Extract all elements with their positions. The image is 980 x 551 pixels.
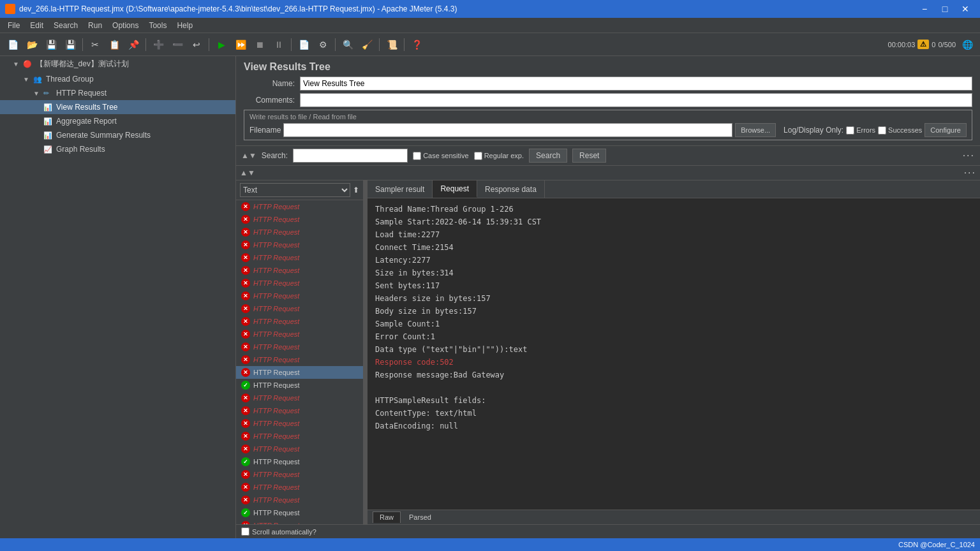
cut-button[interactable]: ✂ [86, 36, 104, 54]
request-item[interactable]: ✕HTTP Request [236, 213, 363, 226]
error-count: Error Count:1 [375, 331, 972, 342]
request-item[interactable]: ✕HTTP Request [236, 226, 363, 239]
tab-sampler-result[interactable]: Sampler result [368, 180, 433, 198]
name-label: Name: [244, 79, 295, 88]
request-item[interactable]: ✕HTTP Request [236, 290, 363, 302]
request-item[interactable]: ✕HTTP Request [236, 494, 363, 506]
request-item[interactable]: ✕HTTP Request [236, 481, 363, 494]
maximize-button[interactable]: □ [935, 0, 954, 18]
search-button[interactable]: Search [529, 149, 567, 163]
dots-menu-top[interactable]: ▲▼ [241, 151, 256, 160]
dots-menu-2[interactable]: ··· [964, 167, 976, 179]
regular-exp-checkbox[interactable] [474, 152, 482, 160]
tab-request[interactable]: Request [433, 180, 477, 198]
case-sensitive-checkbox[interactable] [413, 152, 421, 160]
request-item[interactable]: ✕HTTP Request [236, 315, 363, 328]
menu-run[interactable]: Run [83, 20, 107, 31]
name-input[interactable] [300, 77, 972, 91]
filename-input[interactable] [283, 123, 732, 137]
successes-checkbox[interactable] [878, 126, 886, 135]
format-select[interactable]: Text JSON XML HTML [240, 183, 350, 197]
errors-checkbox-label[interactable]: Errors [846, 126, 875, 135]
templates-button[interactable]: 📄 [295, 36, 313, 54]
save-button[interactable]: 💾 [42, 36, 60, 54]
start-button[interactable]: ▶ [212, 36, 230, 54]
request-item[interactable]: ✕HTTP Request [236, 341, 363, 353]
request-item[interactable]: ✕HTTP Request [236, 302, 363, 315]
sidebar-item-graph-results[interactable]: 📈 Graph Results [0, 142, 235, 156]
menu-tools[interactable]: Tools [144, 20, 172, 31]
sidebar-item-test-plan[interactable]: ▼ 🔴 【新哪都达_dev】测试计划 [0, 56, 235, 72]
request-item[interactable]: ✕HTTP Request [236, 251, 363, 264]
request-item[interactable]: ✕HTTP Request [236, 392, 363, 404]
search-input[interactable] [293, 149, 408, 163]
configure-button[interactable]: Configure [924, 123, 967, 137]
expand-icon-http: ▼ [33, 90, 40, 97]
expand-button[interactable]: ⬆ [353, 186, 359, 195]
paste-button[interactable]: 📌 [124, 36, 142, 54]
dots-menu-right[interactable]: ··· [963, 150, 975, 161]
menu-edit[interactable]: Edit [25, 20, 48, 31]
minimize-button[interactable]: − [915, 0, 934, 18]
browse-button[interactable]: Browse... [735, 123, 776, 137]
open-button[interactable]: 📂 [23, 36, 41, 54]
request-label: HTTP Request [253, 305, 299, 312]
sidebar-item-http-request[interactable]: ▼ ✏ HTTP Request [0, 86, 235, 100]
new-button[interactable]: 📄 [4, 36, 22, 54]
successes-checkbox-label[interactable]: Successes [878, 126, 922, 135]
errors-label: Errors [856, 126, 875, 134]
request-item[interactable]: ✓HTTP Request [236, 506, 363, 519]
undo-button[interactable]: ↩ [188, 36, 205, 54]
sidebar-item-generate-summary[interactable]: 📊 Generate Summary Results [0, 128, 235, 142]
sidebar-item-thread-group[interactable]: ▼ 👥 Thread Group [0, 72, 235, 86]
tab-raw[interactable]: Raw [373, 511, 401, 523]
request-item[interactable]: ✕HTTP Request [236, 277, 363, 290]
arrow-up-down[interactable]: ▲▼ [240, 168, 255, 177]
stop-button[interactable]: ⏹ [251, 36, 269, 54]
request-item[interactable]: ✕HTTP Request [236, 200, 363, 213]
help-button[interactable]: ❓ [408, 36, 426, 54]
log-viewer-button[interactable]: 📜 [383, 36, 401, 54]
request-item[interactable]: ✕HTTP Request [236, 430, 363, 443]
case-sensitive-label[interactable]: Case sensitive [413, 152, 469, 160]
request-item[interactable]: ✕HTTP Request [236, 366, 363, 379]
request-item[interactable]: ✓HTTP Request [236, 379, 363, 392]
scroll-auto-checkbox[interactable] [241, 527, 249, 536]
reset-button[interactable]: Reset [572, 149, 606, 163]
request-item[interactable]: ✕HTTP Request [236, 417, 363, 430]
menu-search[interactable]: Search [48, 20, 83, 31]
request-item[interactable]: ✕HTTP Request [236, 468, 363, 481]
shutdown-button[interactable]: ⏸ [270, 36, 288, 54]
request-item[interactable]: ✕HTTP Request [236, 404, 363, 417]
tab-response-data[interactable]: Response data [477, 180, 545, 198]
configure-button[interactable]: ⚙ [314, 36, 332, 54]
request-label: HTTP Request [253, 228, 299, 236]
add-button[interactable]: ➕ [149, 36, 167, 54]
menu-help[interactable]: Help [172, 20, 198, 31]
errors-checkbox[interactable] [846, 126, 854, 135]
start-no-pause-button[interactable]: ⏩ [232, 36, 249, 54]
comments-input[interactable] [300, 93, 972, 107]
request-item[interactable]: ✕HTTP Request [236, 264, 363, 277]
close-button[interactable]: ✕ [956, 0, 975, 18]
clear-button[interactable]: 🧹 [358, 36, 376, 54]
request-item[interactable]: ✕HTTP Request [236, 519, 363, 524]
scroll-auto-label[interactable]: Scroll automatically? [241, 527, 316, 536]
menu-file[interactable]: File [3, 20, 25, 31]
menu-options[interactable]: Options [107, 20, 144, 31]
request-item[interactable]: ✓HTTP Request [236, 455, 363, 468]
request-item[interactable]: ✕HTTP Request [236, 353, 363, 366]
binoculars-button[interactable]: 🔍 [339, 36, 357, 54]
regular-exp-label[interactable]: Regular exp. [474, 152, 524, 160]
request-item[interactable]: ✕HTTP Request [236, 443, 363, 455]
request-item[interactable]: ✕HTTP Request [236, 239, 363, 251]
tab-parsed[interactable]: Parsed [402, 511, 438, 523]
copy-button[interactable]: 📋 [105, 36, 123, 54]
sidebar-item-view-results-tree[interactable]: 📊 View Results Tree [0, 100, 235, 114]
save-as-button[interactable]: 💾 [61, 36, 79, 54]
remove-button[interactable]: ➖ [168, 36, 186, 54]
request-item[interactable]: ✕HTTP Request [236, 328, 363, 341]
write-results-title: Write results to file / Read from file [249, 113, 967, 121]
remote-start-button[interactable]: 🌐 [958, 36, 976, 54]
sidebar-item-aggregate-report[interactable]: 📊 Aggregate Report [0, 114, 235, 128]
